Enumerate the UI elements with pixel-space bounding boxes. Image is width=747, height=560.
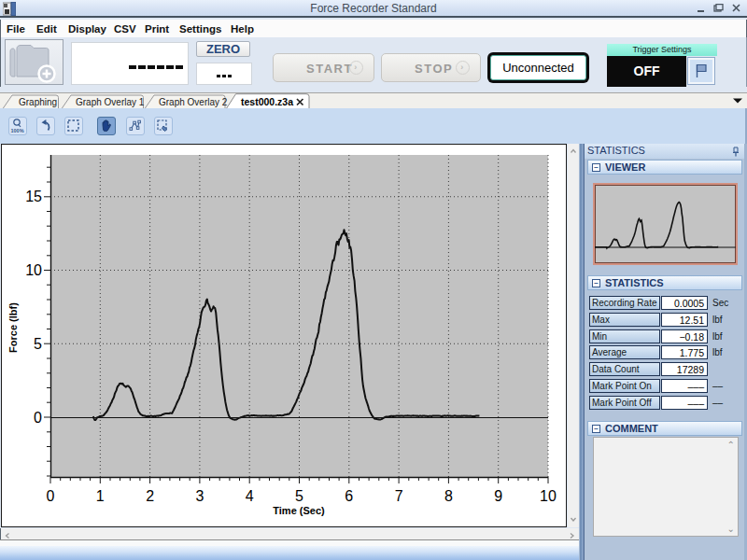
svg-text:0: 0 xyxy=(47,488,55,504)
svg-text:1: 1 xyxy=(96,488,105,504)
svg-text:15: 15 xyxy=(25,189,42,204)
svg-text:Time (Sec): Time (Sec) xyxy=(273,505,325,516)
svg-text:test000.z3a: test000.z3a xyxy=(241,96,293,107)
svg-text:100%: 100% xyxy=(10,128,23,133)
svg-text:Graph Overlay 1: Graph Overlay 1 xyxy=(76,97,145,107)
svg-text:4: 4 xyxy=(246,488,254,504)
svg-text:7: 7 xyxy=(395,488,403,504)
svg-text:6: 6 xyxy=(345,488,353,504)
svg-text:0: 0 xyxy=(34,410,42,426)
svg-text:8: 8 xyxy=(444,488,453,504)
svg-text:10: 10 xyxy=(540,488,557,504)
svg-text:3: 3 xyxy=(195,488,204,504)
svg-text:Force (lbf): Force (lbf) xyxy=(7,302,19,353)
svg-text:Graph Overlay 2: Graph Overlay 2 xyxy=(159,97,228,107)
svg-text:5: 5 xyxy=(34,336,42,352)
svg-text:Graphing: Graphing xyxy=(19,97,57,107)
svg-text:2: 2 xyxy=(146,488,154,504)
svg-text:9: 9 xyxy=(494,488,502,504)
svg-text:10: 10 xyxy=(25,262,42,278)
svg-text:5: 5 xyxy=(295,488,303,504)
